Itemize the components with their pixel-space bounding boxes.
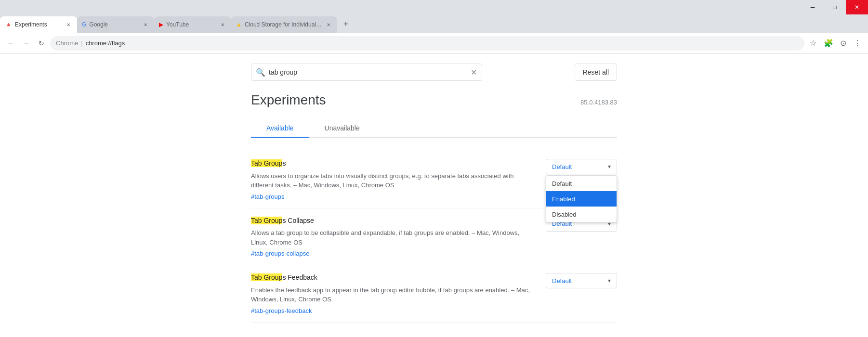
close-button[interactable]: ✕ bbox=[846, 0, 868, 14]
browser-tab-experiments[interactable]: 🔺Experiments✕ bbox=[0, 16, 77, 33]
back-icon: ← bbox=[7, 39, 14, 47]
menu-button[interactable]: ⋮ bbox=[851, 37, 864, 50]
dropdown-menu-tab-groups: DefaultEnabledDisabled bbox=[546, 175, 617, 222]
tab-favicon: ▶ bbox=[159, 21, 163, 28]
refresh-button[interactable]: ↻ bbox=[35, 37, 48, 50]
dropdown-option-default[interactable]: Default bbox=[546, 176, 617, 191]
extensions-button[interactable]: 🧩 bbox=[822, 37, 835, 50]
experiment-description: Allows users to organize tabs into visua… bbox=[251, 171, 534, 190]
tabs-nav: AvailableUnavailable bbox=[251, 119, 617, 138]
tab-favicon: ▲ bbox=[236, 21, 242, 28]
experiment-left: Tab Groups CollapseAllows a tab group to… bbox=[251, 216, 534, 258]
highlight-text: Tab Group bbox=[251, 159, 282, 167]
tab-favicon: 🔺 bbox=[5, 21, 12, 28]
flags-page: 🔍 ✕ Reset all Experiments 85.0.4183.83 A… bbox=[251, 54, 617, 332]
tab-close-button[interactable]: ✕ bbox=[65, 21, 72, 28]
highlight-text: Tab Group bbox=[251, 217, 282, 224]
page-title-row: Experiments 85.0.4183.83 bbox=[251, 92, 617, 108]
experiment-right: Default▾DefaultEnabledDisabled bbox=[546, 159, 617, 174]
maximize-button[interactable]: □ bbox=[824, 0, 846, 14]
omnibar: ← → ↻ Chrome | chrome://flags ☆ 🧩 ⊙ ⋮ bbox=[0, 33, 868, 54]
refresh-icon: ↻ bbox=[39, 39, 44, 47]
dropdown-button-tab-groups[interactable]: Default▾ bbox=[546, 159, 617, 174]
page-title: Experiments bbox=[251, 92, 326, 108]
search-input[interactable] bbox=[251, 64, 482, 81]
titlebar: ─ □ ✕ bbox=[0, 0, 868, 14]
forward-button[interactable]: → bbox=[19, 37, 33, 50]
extensions-icon: 🧩 bbox=[824, 39, 833, 48]
tab-unavailable[interactable]: Unavailable bbox=[309, 119, 375, 138]
highlight-text: Tab Group bbox=[251, 273, 282, 281]
menu-icon: ⋮ bbox=[854, 39, 861, 48]
experiment-right: Default▾ bbox=[546, 273, 617, 288]
chevron-down-icon: ▾ bbox=[608, 163, 611, 170]
main-content: 🔍 ✕ Reset all Experiments 85.0.4183.83 A… bbox=[0, 54, 868, 337]
experiment-item-tab-groups-feedback: Tab Groups FeedbackEnables the feedback … bbox=[251, 265, 617, 323]
experiment-name: Tab Groups Collapse bbox=[251, 216, 534, 226]
tab-title: Cloud Storage for Individuals, Te... bbox=[245, 21, 322, 28]
experiment-description: Enables the feedback app to appear in th… bbox=[251, 285, 534, 304]
dropdown-label: Default bbox=[552, 277, 572, 285]
experiment-link[interactable]: #tab-groups bbox=[251, 193, 284, 200]
search-icon: 🔍 bbox=[256, 68, 265, 77]
toolbar-right: 🧩 ⊙ ⋮ bbox=[822, 37, 864, 50]
version-text: 85.0.4183.83 bbox=[580, 99, 617, 106]
tab-close-button[interactable]: ✕ bbox=[219, 21, 226, 28]
experiment-name: Tab Groups bbox=[251, 159, 534, 168]
tab-title: Experiments bbox=[15, 21, 62, 28]
browser-tab-youtube[interactable]: ▶YouTube✕ bbox=[154, 16, 231, 33]
experiment-description: Allows a tab group to be collapsible and… bbox=[251, 228, 534, 247]
reset-all-button[interactable]: Reset all bbox=[575, 64, 617, 81]
dropdown-button-tab-groups-feedback[interactable]: Default▾ bbox=[546, 273, 617, 288]
experiment-item-tab-groups: Tab GroupsAllows users to organize tabs … bbox=[251, 151, 617, 208]
dropdown-label: Default bbox=[552, 163, 572, 170]
address-url: chrome://flags bbox=[86, 39, 125, 47]
account-button[interactable]: ⊙ bbox=[836, 37, 850, 50]
titlebar-controls: ─ □ ✕ bbox=[802, 0, 868, 14]
search-input-wrap: 🔍 ✕ bbox=[251, 64, 482, 81]
clear-icon: ✕ bbox=[471, 68, 477, 77]
tab-close-button[interactable]: ✕ bbox=[325, 21, 332, 28]
address-bar[interactable]: Chrome | chrome://flags bbox=[50, 36, 804, 51]
bookmark-button[interactable]: ☆ bbox=[806, 37, 820, 50]
back-button[interactable]: ← bbox=[4, 37, 17, 50]
experiment-link[interactable]: #tab-groups-collapse bbox=[251, 250, 309, 257]
browser-tab-google[interactable]: GGoogle✕ bbox=[77, 16, 154, 33]
minimize-button[interactable]: ─ bbox=[802, 0, 824, 14]
dropdown-option-enabled[interactable]: Enabled bbox=[546, 191, 617, 207]
experiment-left: Tab Groups FeedbackEnables the feedback … bbox=[251, 273, 534, 314]
tab-strip: 🔺Experiments✕GGoogle✕▶YouTube✕▲Cloud Sto… bbox=[0, 14, 868, 33]
chrome-label: Chrome bbox=[56, 39, 78, 47]
search-bar-wrap: 🔍 ✕ Reset all bbox=[251, 64, 617, 81]
tab-title: YouTube bbox=[166, 21, 216, 28]
tab-favicon: G bbox=[82, 21, 86, 28]
dropdown-option-disabled[interactable]: Disabled bbox=[546, 207, 617, 222]
browser-tab-cloudstorage[interactable]: ▲Cloud Storage for Individuals, Te...✕ bbox=[231, 16, 337, 33]
tab-title: Google bbox=[89, 21, 139, 28]
tab-close-button[interactable]: ✕ bbox=[142, 21, 149, 28]
account-icon: ⊙ bbox=[840, 39, 846, 48]
forward-icon: → bbox=[23, 39, 29, 47]
experiment-left: Tab GroupsAllows users to organize tabs … bbox=[251, 159, 534, 200]
experiment-name: Tab Groups Feedback bbox=[251, 273, 534, 283]
experiments-list: Tab GroupsAllows users to organize tabs … bbox=[251, 151, 617, 323]
clear-search-button[interactable]: ✕ bbox=[469, 67, 478, 77]
new-tab-button[interactable]: + bbox=[339, 17, 353, 31]
experiment-link[interactable]: #tab-groups-feedback bbox=[251, 307, 312, 314]
chevron-down-icon: ▾ bbox=[608, 277, 611, 284]
tab-available[interactable]: Available bbox=[251, 119, 309, 138]
star-icon: ☆ bbox=[810, 39, 816, 48]
